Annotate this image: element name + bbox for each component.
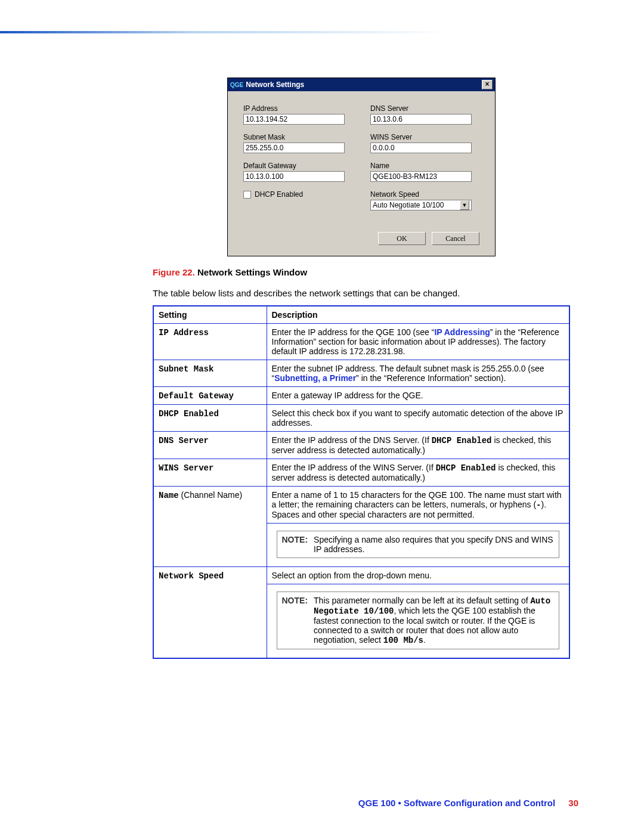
default-gateway-input[interactable]: 10.13.0.100 <box>243 171 345 182</box>
ok-button[interactable]: OK <box>378 232 426 245</box>
default-gateway-label: Default Gateway <box>243 162 352 170</box>
settings-table: Setting Description IP Address Enter the… <box>153 305 570 659</box>
table-row: IP Address Enter the IP address for the … <box>153 324 569 360</box>
note-box: NOTE: This parameter normally can be lef… <box>277 592 560 649</box>
subnet-mask-input[interactable]: 255.255.0.0 <box>243 143 345 153</box>
table-row: Network Speed Select an option from the … <box>153 567 569 584</box>
network-speed-label: Network Speed <box>370 190 479 199</box>
col-header-description: Description <box>267 306 569 324</box>
figure-caption: Figure 22. Network Settings Window <box>153 267 570 277</box>
name-input[interactable]: QGE100-B3-RM123 <box>370 171 472 182</box>
subnet-mask-label: Subnet Mask <box>243 133 352 141</box>
network-speed-select[interactable]: Auto Negotiate 10/100 ▼ <box>370 200 472 210</box>
table-row: Name (Channel Name) Enter a name of 1 to… <box>153 487 569 524</box>
network-settings-dialog: QGE Network Settings × IP Address 10.13.… <box>227 78 496 256</box>
dns-server-label: DNS Server <box>370 104 479 113</box>
table-row: DHCP Enabled Select this check box if yo… <box>153 405 569 432</box>
dialog-title: Network Settings <box>246 80 304 89</box>
table-row: DNS Server Enter the IP address of the D… <box>153 432 569 459</box>
dialog-title-prefix: QGE <box>230 82 243 88</box>
dhcp-enabled-label: DHCP Enabled <box>255 190 303 199</box>
ip-addressing-link[interactable]: IP Addressing <box>434 327 490 337</box>
cancel-button[interactable]: Cancel <box>432 232 479 245</box>
table-row: Subnet Mask Enter the subnet IP address.… <box>153 360 569 387</box>
name-label: Name <box>370 162 479 170</box>
ip-address-label: IP Address <box>243 104 352 113</box>
dhcp-enabled-checkbox[interactable] <box>243 191 251 199</box>
chevron-down-icon[interactable]: ▼ <box>460 200 469 210</box>
wins-server-input[interactable]: 0.0.0.0 <box>370 143 472 153</box>
dialog-titlebar[interactable]: QGE Network Settings × <box>228 78 495 91</box>
col-header-setting: Setting <box>153 306 267 324</box>
note-box: NOTE: Specifying a name also requires th… <box>277 531 560 558</box>
wins-server-label: WINS Server <box>370 133 479 141</box>
dns-server-input[interactable]: 10.13.0.6 <box>370 114 472 125</box>
table-row: Default Gateway Enter a gateway IP addre… <box>153 387 569 405</box>
page-footer: QGE 100 • Software Configuration and Con… <box>358 798 578 808</box>
ip-address-input[interactable]: 10.13.194.52 <box>243 114 345 125</box>
table-row: WINS Server Enter the IP address of the … <box>153 459 569 487</box>
subnetting-link[interactable]: Subnetting, a Primer <box>274 373 356 383</box>
close-icon[interactable]: × <box>482 80 493 89</box>
intro-paragraph: The table below lists and describes the … <box>153 288 570 298</box>
page-header-accent <box>0 31 644 36</box>
